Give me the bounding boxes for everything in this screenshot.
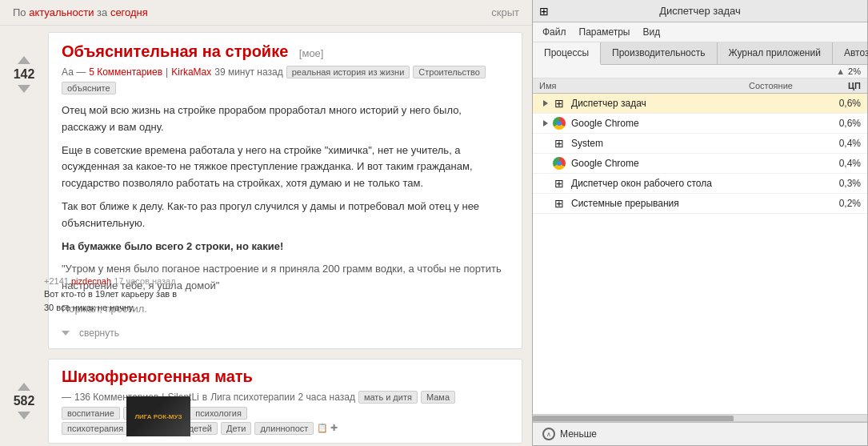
less-arrow-icon: ∧ bbox=[546, 431, 551, 438]
post2-community-prep: в bbox=[202, 392, 207, 403]
post2-tag-8[interactable]: длиннопост bbox=[254, 422, 314, 435]
post-title-1: Объяснительная на стройке [мое] bbox=[62, 42, 509, 61]
table-row[interactable]: ⊞ Диспетчер задач 0,6% bbox=[533, 94, 867, 114]
post-p2: Еще в советские времена работала у него … bbox=[62, 143, 509, 192]
website-content: По актуальности за сегодня скрыт 142 Объ… bbox=[0, 0, 532, 446]
right-comment-count: +2141 bbox=[44, 276, 71, 286]
table-row[interactable]: Google Chrome 0,6% bbox=[533, 114, 867, 134]
proc-icon-0: ⊞ bbox=[552, 96, 566, 110]
post2-tag-7[interactable]: Дети bbox=[221, 422, 251, 435]
proc-cpu-4: 0,3% bbox=[813, 178, 861, 189]
post-footer-1: свернуть bbox=[62, 327, 509, 339]
post-author-1[interactable]: KirkaMax bbox=[171, 66, 211, 78]
period-link[interactable]: сегодня bbox=[110, 6, 148, 18]
post-title-2[interactable]: Шизофреногенная мать bbox=[62, 368, 509, 386]
post-edit-link-1[interactable]: [мое] bbox=[299, 47, 324, 59]
post-card-2: Шизофреногенная мать — 136 Комментариев … bbox=[48, 359, 522, 444]
post-p1: Отец мой всю жизнь на стройке прорабом п… bbox=[62, 102, 509, 136]
chrome-icon-3 bbox=[553, 157, 566, 170]
post2-community[interactable]: Лига психотерапии bbox=[210, 392, 294, 403]
post2-time: 2 часа назад bbox=[298, 392, 355, 403]
tab-processes[interactable]: Процессы bbox=[533, 42, 601, 65]
post-tag-1-1[interactable]: Строительство bbox=[413, 66, 486, 78]
right-comment-author[interactable]: pizdecnah bbox=[71, 276, 111, 286]
ligo-banner: ЛИГА РОК-МУЗ bbox=[126, 396, 190, 436]
collapse-arrow-1 bbox=[62, 331, 70, 336]
right-comment: +2141 pizdecnah 17 часов назад Вот кто-т… bbox=[44, 276, 188, 314]
table-row[interactable]: ⊞ Системные прерывания 0,2% bbox=[533, 194, 867, 214]
horizontal-scrollbar[interactable] bbox=[533, 414, 867, 422]
col-cpu[interactable]: ЦП bbox=[813, 81, 861, 90]
less-icon: ∧ bbox=[542, 428, 555, 440]
proc-name-3: Google Chrome bbox=[571, 158, 749, 169]
vote-column-1: 142 bbox=[0, 32, 48, 349]
proc-name-2: System bbox=[571, 138, 749, 149]
post2-tag-0[interactable]: мать и дитя bbox=[358, 391, 418, 404]
post-meta-1: Аа — 5 Комментариев | KirkaMax 39 минут … bbox=[62, 66, 509, 94]
table-row[interactable]: ⊞ System 0,4% bbox=[533, 134, 867, 154]
proc-name-0: Диспетчер задач bbox=[571, 98, 749, 109]
table-row[interactable]: Google Chrome 0,4% bbox=[533, 154, 867, 174]
vote-down-2[interactable] bbox=[18, 412, 30, 420]
expand-btn-0[interactable] bbox=[539, 97, 552, 110]
tab-bar: Процессы Производительность Журнал прило… bbox=[533, 42, 867, 65]
footer-less-button[interactable]: ∧ Меньше bbox=[533, 422, 867, 445]
hide-label: скрыт bbox=[491, 6, 519, 18]
post2-tag-4[interactable]: психология bbox=[190, 407, 247, 420]
proc-icon-3 bbox=[552, 156, 566, 171]
expand-btn-5 bbox=[539, 197, 552, 210]
footer-label[interactable]: Меньше bbox=[560, 428, 597, 440]
vote-column-2: 582 bbox=[0, 359, 48, 444]
period-prefix: за bbox=[97, 6, 107, 18]
vote-down-1[interactable] bbox=[18, 85, 30, 93]
col-name[interactable]: Имя bbox=[539, 81, 749, 90]
post-tag-1-0[interactable]: реальная история из жизни bbox=[286, 66, 410, 78]
proc-icon-4: ⊞ bbox=[552, 176, 566, 191]
proc-cpu-5: 0,2% bbox=[813, 198, 861, 209]
menu-params[interactable]: Параметры bbox=[573, 24, 637, 40]
post-title-text-1[interactable]: Объяснительная на стройке bbox=[62, 42, 288, 60]
menu-view[interactable]: Вид bbox=[636, 24, 666, 40]
post-p4: На бумажке было всего 2 строки, но какие… bbox=[62, 239, 509, 255]
proc-icon-1 bbox=[552, 116, 566, 131]
tm-title: Диспетчер задач bbox=[659, 5, 741, 17]
expand-btn-3 bbox=[539, 157, 552, 170]
cpu-header-bar: ▲ 2% bbox=[533, 65, 867, 78]
task-manager-window: ⊞ Диспетчер задач Файл Параметры Вид Про… bbox=[532, 0, 868, 446]
tab-performance[interactable]: Производительность bbox=[601, 42, 717, 64]
menubar: Файл Параметры Вид bbox=[533, 22, 867, 42]
scrollbar-thumb[interactable] bbox=[533, 416, 734, 422]
sort-bar: По актуальности за сегодня bbox=[13, 6, 148, 18]
post2-meta-brackets: — bbox=[62, 392, 71, 403]
post2-tag-5[interactable]: психотерапия bbox=[62, 422, 129, 435]
vote-count-1: 142 bbox=[14, 67, 35, 82]
expand-btn-1[interactable] bbox=[539, 117, 552, 130]
vote-count-2: 582 bbox=[14, 394, 35, 408]
collapse-btn-1[interactable]: свернуть bbox=[79, 327, 119, 339]
tab-autostart[interactable]: Автозагрузка bbox=[833, 42, 868, 64]
tab-applog[interactable]: Журнал приложений bbox=[718, 42, 833, 64]
proc-icon-2: ⊞ bbox=[552, 136, 566, 151]
post-comments-1[interactable]: 5 Комментариев bbox=[89, 66, 162, 78]
vote-up-2[interactable] bbox=[18, 383, 30, 391]
post2-tag-1[interactable]: Мама bbox=[421, 391, 455, 404]
post-tag-1-2[interactable]: объясните bbox=[62, 82, 116, 94]
post-author-sep-1: | bbox=[166, 66, 168, 78]
table-row[interactable]: ⊞ Диспетчер окон рабочего стола 0,3% bbox=[533, 174, 867, 194]
sort-link[interactable]: актуальности bbox=[29, 6, 94, 18]
sort-arrow-icon: ▲ bbox=[836, 66, 845, 76]
expand-btn-4 bbox=[539, 177, 552, 190]
proc-cpu-3: 0,4% bbox=[813, 158, 861, 169]
sort-prefix: По bbox=[13, 6, 26, 18]
top-bar: По актуальности за сегодня скрыт bbox=[0, 0, 532, 26]
proc-cpu-0: 0,6% bbox=[813, 98, 861, 109]
right-comment-time: 17 часов назад bbox=[114, 276, 175, 286]
chrome-icon-1 bbox=[553, 117, 566, 130]
vote-up-1[interactable] bbox=[18, 56, 30, 64]
post2-tag-2[interactable]: воспитание bbox=[62, 407, 120, 420]
titlebar: ⊞ Диспетчер задач bbox=[533, 0, 867, 22]
col-state[interactable]: Состояние bbox=[749, 81, 813, 90]
post-p3: Так вот ближе к делу. Как-то раз прогул … bbox=[62, 199, 509, 232]
proc-icon-5: ⊞ bbox=[552, 196, 566, 211]
menu-file[interactable]: Файл bbox=[536, 24, 573, 40]
